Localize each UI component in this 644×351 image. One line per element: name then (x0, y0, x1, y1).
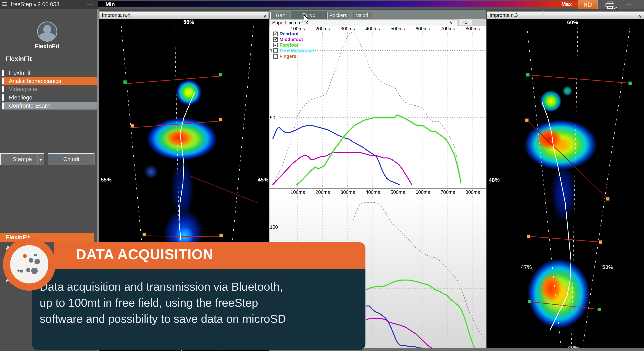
minimize-button[interactable]: — (87, 0, 93, 8)
right-pct-left: 48% (489, 177, 500, 183)
banner-text-line: up to 100mt in free field, using the fre… (40, 296, 258, 309)
checkbox-forefoot[interactable]: ✓ (273, 43, 278, 47)
right-pct-heel-left: 47% (521, 264, 532, 270)
svg-text:200ms: 200ms (316, 26, 330, 31)
right-footprint-label: Impronta n.3 (490, 12, 518, 18)
close-button-label: Chiudi (63, 156, 79, 162)
legend-label: Forefoot (280, 42, 298, 48)
svg-text:400ms: 400ms (366, 26, 380, 31)
surface-unit-value: Superficie cm² (272, 20, 303, 25)
left-pct-left: 55% (101, 177, 112, 183)
left-pct-top: 56% (183, 19, 194, 25)
logo-dot (23, 254, 27, 258)
right-footprint-panel: 60% 48% 47% 53% 40% (487, 19, 644, 351)
left-pct-right: 45% (258, 177, 268, 183)
banner-title: DATA ACQUISITION (76, 246, 214, 263)
sidebar-item-videografia[interactable]: Videografia (2, 85, 98, 93)
chevron-down-icon: ∨ (263, 12, 266, 19)
minimize-button-right[interactable]: — (626, 0, 632, 8)
banner-text-line: Data acquisition and transmission via Bl… (40, 280, 283, 293)
title-bar: freeStep v.2.00.053 — (0, 0, 98, 9)
print-button[interactable]: Stampa (0, 153, 44, 165)
sidebar-item-riepilogo[interactable]: Riepilogo (2, 94, 98, 101)
pressure-scale-bar (98, 0, 582, 6)
scale-min-label: Min (106, 1, 115, 7)
print-button-label: Stampa (12, 156, 32, 162)
close-button[interactable]: Chiudi (48, 153, 94, 165)
legend-label: Middlefoot (280, 37, 303, 42)
expand-button[interactable]: <> (460, 19, 472, 26)
svg-text:500ms: 500ms (390, 26, 405, 31)
svg-text:100: 100 (270, 224, 278, 230)
checkbox-middlefoot[interactable]: ✓ (273, 37, 278, 42)
chart-divider (270, 188, 486, 189)
left-footprint-select[interactable]: Impronta n.4 ∨ (99, 11, 269, 19)
legend-label: First Metatarsal (280, 48, 314, 53)
tab-valori[interactable]: Valori (352, 12, 372, 19)
left-footprint-label: Impronta n.4 (102, 12, 130, 18)
sidebar-section-title: FlexinFit (6, 55, 32, 62)
svg-text:600ms: 600ms (416, 26, 430, 31)
right-foot-markers (525, 73, 632, 311)
profile-name: FlexInFit (0, 43, 94, 50)
logo-dot (29, 258, 33, 263)
checkbox-fingers[interactable] (273, 54, 278, 59)
legend-row-rearfoot: ✓Rearfoot (273, 31, 314, 36)
print-dropdown-inner (614, 7, 617, 9)
sidebar-item-confronto-esami[interactable]: Confronto Esami (2, 102, 98, 109)
surface-unit-select[interactable]: Superficie cm² (270, 19, 457, 26)
print-dropdown-arrow-icon[interactable] (39, 159, 42, 161)
select-chevron-icon[interactable]: ∨ (450, 20, 453, 25)
app-window: freeStep v.2.00.053 — Min Max HD — FlexI… (0, 0, 644, 351)
split-divider (38, 155, 38, 164)
legend-label: Rearfoot (280, 31, 299, 36)
right-pct-top: 60% (567, 19, 578, 25)
hamburger-menu-icon[interactable] (2, 2, 7, 6)
window-title: freeStep v.2.00.053 (11, 1, 60, 7)
legend-row-fingers: Fingers (273, 53, 314, 59)
hd-button[interactable]: HD (578, 0, 598, 9)
svg-text:300ms: 300ms (340, 26, 355, 31)
logo-dot (31, 268, 38, 274)
legend-row-middlefoot: ✓Middlefoot (273, 36, 314, 42)
mouse-cursor-icon (304, 15, 311, 25)
curve-legend: ✓Rearfoot✓Middlefoot✓ForefootFirst Metat… (273, 31, 314, 59)
svg-text:800ms: 800ms (466, 26, 480, 31)
legend-row-forefoot: ✓Forefoot (273, 42, 314, 48)
sidebar-item-analisi-biomeccanica[interactable]: Analisi biomeccanica (2, 77, 98, 85)
logo-dot (34, 259, 40, 264)
flexinfit-logo-icon (10, 245, 48, 284)
sidebar-item-flexinfit[interactable]: FlexInFit (2, 69, 98, 77)
chevron-down-icon: ∨ (638, 12, 642, 19)
right-pct-heel-right: 53% (602, 264, 613, 270)
svg-text:50: 50 (270, 115, 275, 120)
right-foot-overlay (487, 19, 644, 351)
sidebar-bottom-item-flexinfit[interactable]: FlexinFit (0, 233, 94, 242)
avatar (37, 21, 57, 42)
logo-dot (26, 268, 30, 272)
logo-dot (18, 270, 20, 272)
tab-rockers[interactable]: Rockers (327, 12, 349, 19)
banner-text-line: software and possibility to save data on… (40, 312, 286, 326)
left-foot-markers (124, 73, 222, 237)
scale-max-label: Max (561, 1, 572, 7)
logo-dot (20, 270, 23, 273)
checkbox-rearfoot[interactable]: ✓ (273, 31, 278, 36)
time-axis-band: 100ms200ms300ms400ms500ms600ms700ms800ms (270, 189, 486, 196)
tab-gait-line[interactable]: Gait Line (270, 12, 290, 19)
legend-row-first-metatarsal: First Metatarsal (273, 48, 314, 53)
svg-text:100ms: 100ms (290, 26, 305, 31)
checkbox-first-metatarsal[interactable] (273, 48, 278, 53)
right-footprint-select[interactable]: Impronta n.3 ∨ (487, 11, 644, 19)
tab-separator (543, 11, 544, 19)
svg-text:700ms: 700ms (440, 26, 455, 31)
legend-label: Fingers (280, 54, 296, 59)
logo-dot (34, 254, 37, 256)
